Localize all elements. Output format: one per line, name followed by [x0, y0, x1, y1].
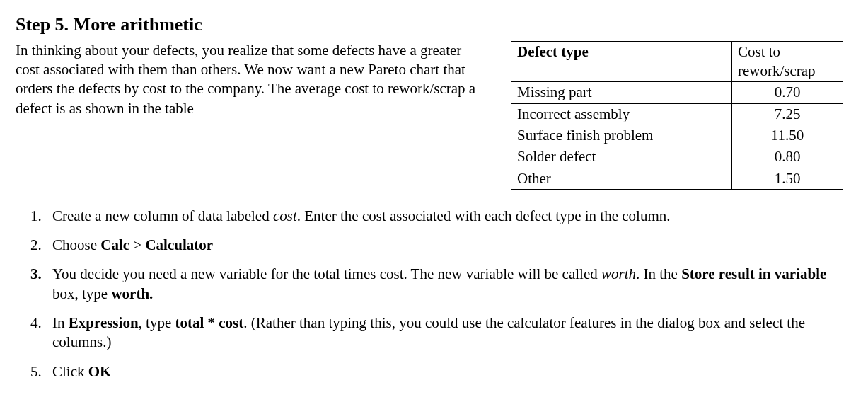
text: >: [129, 236, 145, 253]
text: Click: [52, 363, 88, 380]
menu-calc: Calc: [100, 236, 129, 253]
step-1: Create a new column of data labeled cost…: [45, 207, 852, 226]
table-row: Other 1.50: [511, 168, 843, 189]
intro-paragraph: In thinking about your defects, you real…: [16, 41, 482, 118]
step-4: In Expression, type total * cost. (Rathe…: [45, 314, 852, 352]
header-defect-type: Defect type: [511, 41, 732, 82]
text: Choose: [52, 236, 100, 253]
instruction-list: Create a new column of data labeled cost…: [16, 207, 852, 381]
button-ok-label: OK: [88, 363, 112, 380]
field-expression: Expression: [69, 314, 139, 331]
text: , type: [139, 314, 175, 331]
typed-expression: total * cost: [175, 314, 243, 331]
defect-cost-table: Defect type Cost to rework/scrap Missing…: [511, 41, 843, 190]
cell-cost: 0.70: [732, 82, 843, 103]
text: In: [52, 314, 69, 331]
menu-calculator: Calculator: [145, 236, 213, 253]
text: . Enter the cost associated with each de…: [297, 207, 671, 224]
cell-defect: Surface finish problem: [511, 125, 732, 146]
intro-section: In thinking about your defects, you real…: [16, 41, 852, 190]
field-store-result: Store result in variable: [681, 265, 826, 282]
cell-defect: Incorrect assembly: [511, 103, 732, 125]
cell-cost: 7.25: [732, 103, 843, 125]
table-row: Missing part 0.70: [511, 82, 843, 103]
step-3: You decide you need a new variable for t…: [45, 265, 852, 304]
step-5: Click OK: [45, 362, 852, 381]
cell-cost: 11.50: [732, 125, 843, 146]
cell-defect: Other: [511, 168, 732, 189]
text: You decide you need a new variable for t…: [52, 265, 601, 282]
step-2: Choose Calc > Calculator: [45, 236, 852, 255]
cell-defect: Solder defect: [511, 146, 732, 168]
text: box, type: [52, 285, 111, 302]
cell-cost: 0.80: [732, 146, 843, 168]
variable-name-worth: worth: [601, 265, 636, 282]
typed-value-worth: worth.: [111, 285, 153, 302]
step-heading: Step 5. More arithmetic: [16, 13, 852, 37]
table-row: Incorrect assembly 7.25: [511, 103, 843, 125]
header-cost: Cost to rework/scrap: [732, 41, 843, 82]
text: . In the: [636, 265, 681, 282]
table-header-row: Defect type Cost to rework/scrap: [511, 41, 843, 82]
text: Create a new column of data labeled: [52, 207, 273, 224]
cell-cost: 1.50: [732, 168, 843, 189]
table-row: Surface finish problem 11.50: [511, 125, 843, 146]
cell-defect: Missing part: [511, 82, 732, 103]
table-row: Solder defect 0.80: [511, 146, 843, 168]
column-name-cost: cost: [273, 207, 297, 224]
